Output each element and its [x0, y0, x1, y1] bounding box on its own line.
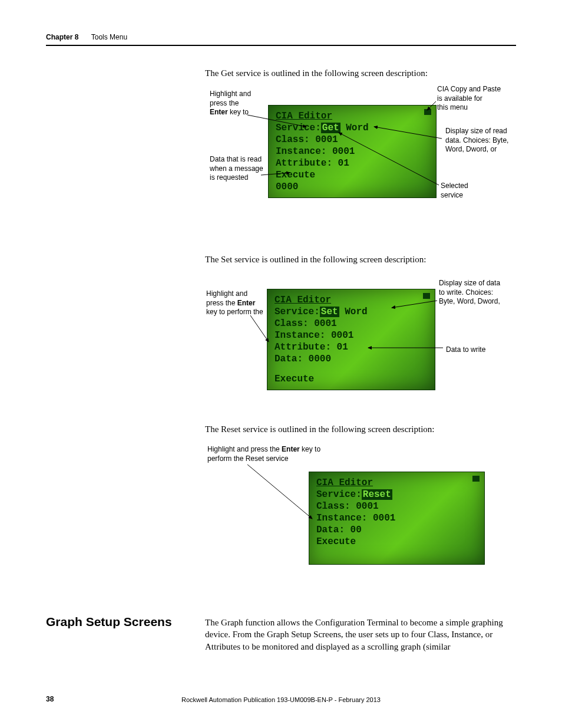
lcd-line-attribute: Attribute: 01 — [275, 341, 428, 353]
lcd-title: CIA Editor — [275, 294, 428, 306]
battery-icon — [423, 293, 430, 299]
lcd-line-service: Service:Get Word — [276, 122, 429, 134]
lcd-line-data: 0000 — [276, 181, 429, 193]
chapter-label: Chapter 8 — [46, 33, 78, 41]
set-lcd: CIA Editor Service:Set Word Class: 0001 … — [267, 289, 435, 390]
reset-ann-highlight: Highlight and press the Enter key to per… — [207, 445, 325, 463]
lcd-line-class: Class: 0001 — [276, 134, 429, 146]
reset-lcd-figure: CIA Editor Service:Reset Class: 0001 Ins… — [309, 472, 485, 565]
lcd-highlight: Set — [320, 307, 339, 317]
lcd-line-execute: Execute — [275, 373, 428, 385]
set-ann-highlight: Highlight and press the Enter key to per… — [206, 289, 271, 317]
lcd-line-instance: Instance: 0001 — [276, 146, 429, 157]
get-ann-selected-service: Selected service — [441, 182, 500, 200]
lcd-line-service: Service:Set Word — [275, 306, 428, 318]
lcd-title: CIA Editor — [316, 477, 477, 489]
lcd-line-class: Class: 0001 — [316, 500, 477, 512]
lcd-line-instance: Instance: 0001 — [275, 330, 428, 341]
lcd-title: CIA Editor — [276, 110, 429, 122]
set-ann-display-size: Display size of data to write. Choices: … — [439, 279, 510, 307]
page-header: Chapter 8 Tools Menu — [46, 33, 516, 46]
lcd-highlight: Reset — [362, 489, 392, 500]
battery-icon — [472, 476, 480, 482]
reset-intro: The Reset service is outlined in the fol… — [205, 424, 434, 434]
publication-footer: Rockwell Automation Publication 193-UM00… — [46, 696, 516, 703]
get-ann-display-size: Display size of read data. Choices: Byte… — [445, 127, 516, 154]
lcd-line-instance: Instance: 0001 — [316, 512, 477, 524]
lcd-line-class: Class: 0001 — [275, 318, 428, 330]
set-ann-data-write: Data to write — [446, 345, 517, 355]
get-ann-highlight: Highlight and press the Enter key to — [210, 90, 266, 117]
get-lcd-figure: CIA Editor Service:Get Word Class: 0001 … — [268, 105, 437, 198]
set-intro: The Set service is outlined in the follo… — [205, 255, 426, 265]
get-ann-copy-paste: CIA Copy and Paste is available for this… — [437, 85, 508, 113]
lcd-line-execute: Execute — [316, 536, 477, 548]
lcd-line-data: Data: 0000 — [275, 353, 428, 365]
get-lcd: CIA Editor Service:Get Word Class: 0001 … — [268, 105, 437, 198]
battery-icon — [424, 109, 431, 115]
lcd-highlight: Get — [321, 123, 340, 133]
graph-section-title: Graph Setup Screens — [46, 615, 172, 629]
lcd-line-service: Service:Reset — [316, 489, 477, 500]
svg-line-8 — [247, 465, 312, 519]
lcd-line-attribute: Attribute: 01 — [276, 157, 429, 169]
svg-line-5 — [250, 315, 269, 342]
lcd-line-execute: Execute — [276, 169, 429, 181]
get-intro: The Get service is outlined in the follo… — [205, 68, 428, 78]
get-ann-data-read: Data that is read when a message is requ… — [210, 155, 269, 183]
set-lcd-figure: CIA Editor Service:Set Word Class: 0001 … — [267, 289, 435, 390]
section-label: Tools Menu — [91, 33, 127, 41]
reset-lcd: CIA Editor Service:Reset Class: 0001 Ins… — [309, 472, 485, 565]
lcd-line-data: Data: 00 — [316, 524, 477, 536]
graph-body-text: The Graph function allows the Configurat… — [205, 617, 505, 653]
